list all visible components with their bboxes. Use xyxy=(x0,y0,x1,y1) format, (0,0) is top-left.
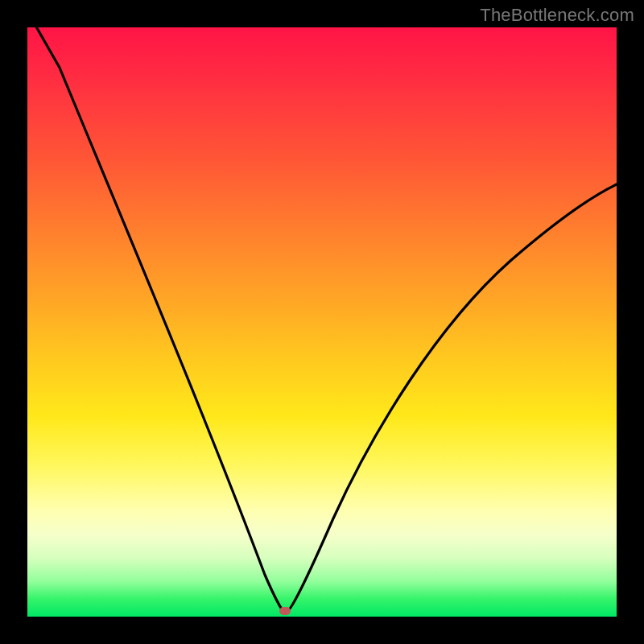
watermark-text: TheBottleneck.com xyxy=(480,5,634,26)
chart-frame: TheBottleneck.com xyxy=(0,0,644,644)
optimal-point-marker xyxy=(279,607,291,615)
bottleneck-curve xyxy=(27,27,617,617)
plot-area xyxy=(27,27,617,617)
